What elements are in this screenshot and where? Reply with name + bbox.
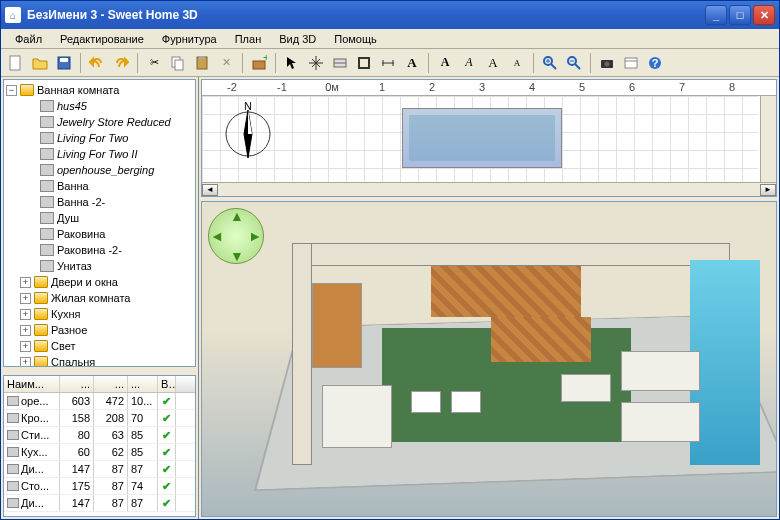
nav-down-icon[interactable]: ▼ bbox=[230, 248, 244, 264]
table-row[interactable]: Сти...806385✔ bbox=[4, 427, 195, 444]
expand-icon[interactable]: + bbox=[20, 309, 31, 320]
scroll-right-icon[interactable]: ► bbox=[760, 184, 776, 196]
collapse-icon[interactable]: − bbox=[6, 85, 17, 96]
expand-icon[interactable]: + bbox=[20, 357, 31, 368]
table-row[interactable]: Кро...15820870✔ bbox=[4, 410, 195, 427]
col-vis[interactable]: В... bbox=[158, 376, 176, 392]
add-furniture-icon[interactable]: + bbox=[248, 52, 270, 74]
zoom-in-icon[interactable] bbox=[539, 52, 561, 74]
text-italic-icon[interactable]: A bbox=[458, 52, 480, 74]
folder-icon bbox=[34, 308, 48, 320]
scroll-left-icon[interactable]: ◄ bbox=[202, 184, 218, 196]
tree-item[interactable]: Унитаз bbox=[6, 258, 193, 274]
expand-icon[interactable]: + bbox=[20, 325, 31, 336]
help-icon[interactable]: ? bbox=[644, 52, 666, 74]
zoom-out-icon[interactable] bbox=[563, 52, 585, 74]
delete-icon[interactable]: ✕ bbox=[215, 52, 237, 74]
tree-item[interactable]: Jewelry Store Reduced bbox=[6, 114, 193, 130]
undo-icon[interactable] bbox=[86, 52, 108, 74]
row-visible-checkbox[interactable]: ✔ bbox=[158, 495, 176, 511]
expand-icon[interactable]: + bbox=[20, 341, 31, 352]
menu-edit[interactable]: Редактирование bbox=[52, 31, 152, 47]
item-icon bbox=[40, 244, 54, 256]
nav-up-icon[interactable]: ▲ bbox=[230, 208, 244, 224]
row-visible-checkbox[interactable]: ✔ bbox=[158, 427, 176, 443]
tree-folder[interactable]: +Разное bbox=[6, 322, 193, 338]
tree-item[interactable]: hus45 bbox=[6, 98, 193, 114]
wall-icon[interactable] bbox=[329, 52, 351, 74]
save-icon[interactable] bbox=[53, 52, 75, 74]
tree-folder[interactable]: +Жилая комната bbox=[6, 290, 193, 306]
minimize-button[interactable]: _ bbox=[705, 5, 727, 25]
paste-icon[interactable] bbox=[191, 52, 213, 74]
nav-left-icon[interactable]: ◄ bbox=[210, 228, 224, 244]
tree-item[interactable]: Ванна bbox=[6, 178, 193, 194]
3d-navigator[interactable]: ▲ ▼ ◄ ► bbox=[208, 208, 264, 264]
tree-folder[interactable]: +Свет bbox=[6, 338, 193, 354]
plan-view[interactable]: -2-10м12345678 N ◄ ► bbox=[201, 79, 777, 197]
tree-item[interactable]: Living For Two bbox=[6, 130, 193, 146]
preferences-icon[interactable] bbox=[620, 52, 642, 74]
col-h[interactable]: ... bbox=[94, 376, 128, 392]
catalog-tree[interactable]: −Ванная комната hus45Jewelry Store Reduc… bbox=[3, 79, 196, 367]
camera-icon[interactable] bbox=[596, 52, 618, 74]
menu-furniture[interactable]: Фурнитура bbox=[154, 31, 225, 47]
text-icon[interactable]: A bbox=[401, 52, 423, 74]
svg-rect-2 bbox=[60, 58, 68, 62]
tree-item[interactable]: Душ bbox=[6, 210, 193, 226]
furniture-table[interactable]: Наим... ... ... ... В... оре...60347210.… bbox=[3, 375, 196, 517]
redo-icon[interactable] bbox=[110, 52, 132, 74]
ruler-tick: -1 bbox=[277, 81, 287, 93]
tree-item[interactable]: openhouse_berging bbox=[6, 162, 193, 178]
tree-item[interactable]: Living For Two II bbox=[6, 146, 193, 162]
row-visible-checkbox[interactable]: ✔ bbox=[158, 410, 176, 426]
text-size-up-icon[interactable]: A bbox=[482, 52, 504, 74]
row-visible-checkbox[interactable]: ✔ bbox=[158, 393, 176, 409]
col-w[interactable]: ... bbox=[60, 376, 94, 392]
row-visible-checkbox[interactable]: ✔ bbox=[158, 461, 176, 477]
cut-icon[interactable]: ✂ bbox=[143, 52, 165, 74]
tree-folder[interactable]: +Двери и окна bbox=[6, 274, 193, 290]
close-button[interactable]: ✕ bbox=[753, 5, 775, 25]
expand-icon[interactable]: + bbox=[20, 277, 31, 288]
tree-folder[interactable]: +Спальня bbox=[6, 354, 193, 367]
horizontal-splitter[interactable] bbox=[1, 369, 198, 373]
row-visible-checkbox[interactable]: ✔ bbox=[158, 444, 176, 460]
text-bold-icon[interactable]: A bbox=[434, 52, 456, 74]
text-size-down-icon[interactable]: A bbox=[506, 52, 528, 74]
table-row[interactable]: Ди...1478787✔ bbox=[4, 495, 195, 512]
tree-folder[interactable]: +Кухня bbox=[6, 306, 193, 322]
menu-plan[interactable]: План bbox=[227, 31, 270, 47]
tree-item[interactable]: Раковина bbox=[6, 226, 193, 242]
copy-icon[interactable] bbox=[167, 52, 189, 74]
open-icon[interactable] bbox=[29, 52, 51, 74]
plan-preview[interactable] bbox=[402, 108, 562, 168]
col-d[interactable]: ... bbox=[128, 376, 158, 392]
menu-help[interactable]: Помощь bbox=[326, 31, 385, 47]
room-icon[interactable] bbox=[353, 52, 375, 74]
col-name[interactable]: Наим... bbox=[4, 376, 60, 392]
row-d: 87 bbox=[128, 461, 158, 477]
pan-icon[interactable] bbox=[305, 52, 327, 74]
menu-3dview[interactable]: Вид 3D bbox=[271, 31, 324, 47]
tree-item[interactable]: Раковина -2- bbox=[6, 242, 193, 258]
new-icon[interactable] bbox=[5, 52, 27, 74]
3d-view[interactable]: ▲ ▼ ◄ ► bbox=[201, 201, 777, 517]
tree-root-label[interactable]: Ванная комната bbox=[37, 84, 119, 96]
compass-icon[interactable]: N bbox=[218, 102, 278, 162]
dimension-icon[interactable] bbox=[377, 52, 399, 74]
table-row[interactable]: Сто...1758774✔ bbox=[4, 478, 195, 495]
maximize-button[interactable]: □ bbox=[729, 5, 751, 25]
table-row[interactable]: Кух...606285✔ bbox=[4, 444, 195, 461]
row-h: 87 bbox=[94, 461, 128, 477]
tree-item[interactable]: Ванна -2- bbox=[6, 194, 193, 210]
plan-hscroll[interactable]: ◄ ► bbox=[202, 182, 776, 196]
table-row[interactable]: Ди...1478787✔ bbox=[4, 461, 195, 478]
select-icon[interactable] bbox=[281, 52, 303, 74]
table-row[interactable]: оре...60347210...✔ bbox=[4, 393, 195, 410]
nav-right-icon[interactable]: ► bbox=[248, 228, 262, 244]
row-visible-checkbox[interactable]: ✔ bbox=[158, 478, 176, 494]
menu-file[interactable]: Файл bbox=[7, 31, 50, 47]
plan-vscroll[interactable] bbox=[760, 96, 776, 182]
expand-icon[interactable]: + bbox=[20, 293, 31, 304]
